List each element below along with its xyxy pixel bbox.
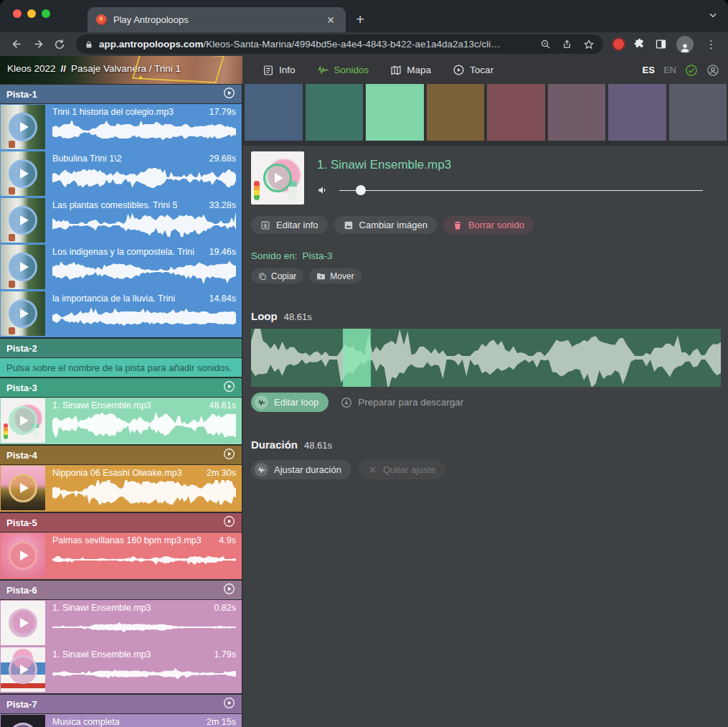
track-name: Pista-5 xyxy=(6,517,37,528)
clip-row[interactable]: Nipponia 06 Esashi Oiwake.mp32m 30s xyxy=(0,465,242,512)
play-track-button[interactable] xyxy=(223,87,235,101)
clear-adjust-button[interactable]: Quitar ajuste xyxy=(359,460,445,479)
volume-slider[interactable] xyxy=(339,185,703,195)
profile-avatar[interactable] xyxy=(676,36,694,53)
zoom-window-button[interactable] xyxy=(42,9,50,18)
track-header[interactable]: Pista-5 xyxy=(0,513,242,532)
play-clip-icon[interactable] xyxy=(9,299,37,328)
clip-row[interactable]: 1. Sinawi Ensemble.mp31.79s xyxy=(0,647,242,693)
clip-thumbnail xyxy=(1,466,45,510)
play-clip-icon[interactable] xyxy=(9,113,37,141)
track-color-swatch[interactable] xyxy=(608,84,666,141)
clip-thumbnail xyxy=(1,601,45,645)
loop-section-label: Loop xyxy=(251,310,278,322)
play-track-button[interactable] xyxy=(223,380,235,395)
minimize-window-button[interactable] xyxy=(27,9,36,18)
play-track-button[interactable] xyxy=(223,515,235,530)
extensions-puzzle-icon[interactable] xyxy=(633,38,646,50)
tab-close-icon[interactable]: ✕ xyxy=(324,14,337,27)
screen-record-extension-icon[interactable] xyxy=(613,39,624,50)
clip-row[interactable]: Las plantas comestibles. Trini 533.28s xyxy=(0,197,242,244)
track-header[interactable]: Pista-6 xyxy=(0,581,242,599)
clip-duration: 48.61s xyxy=(209,400,236,411)
play-clip-icon[interactable] xyxy=(9,541,37,570)
change-image-button[interactable]: Cambiar imágen xyxy=(334,216,437,234)
track-empty-hint[interactable]: Pulsa sobre el nombre de la pista para a… xyxy=(0,358,242,377)
url-bar[interactable]: app.antropoloops.com/Kleos-Santa-Marina/… xyxy=(76,34,603,54)
language-es[interactable]: ES xyxy=(643,65,655,75)
play-track-button[interactable] xyxy=(223,583,235,597)
new-tab-button[interactable]: + xyxy=(346,11,364,32)
loop-waveform-panel[interactable] xyxy=(251,329,721,387)
clip-row[interactable]: Trini 1 historia del colegio.mp317.79s xyxy=(0,104,242,151)
track-section: Pista-2Pulsa sobre el nombre de la pista… xyxy=(0,339,242,377)
account-icon[interactable] xyxy=(706,64,719,77)
zoom-icon[interactable] xyxy=(540,39,551,50)
browser-menu-icon[interactable]: ⋮ xyxy=(703,38,719,51)
track-color-swatch[interactable] xyxy=(245,84,303,141)
play-clip-icon[interactable] xyxy=(9,159,37,188)
nav-item-sonidos[interactable]: Sonidos xyxy=(317,65,369,75)
track-header[interactable]: Pista-2 xyxy=(0,339,242,357)
clip-row[interactable]: Los indigenas y la compostela. Trini19.4… xyxy=(0,244,242,291)
play-clip-icon[interactable] xyxy=(9,253,37,281)
volume-slider-thumb[interactable] xyxy=(356,185,366,195)
track-header[interactable]: Pista-7 xyxy=(0,695,242,713)
browser-window: Play Antropoloops ✕ + app.antropoloops.c… xyxy=(0,0,728,727)
nav-item-mapa[interactable]: Mapa xyxy=(390,65,431,76)
clip-row[interactable]: 1. Sinawi Ensemble.mp30.82s xyxy=(0,600,242,647)
play-clip-icon[interactable] xyxy=(9,206,37,235)
side-panel-icon[interactable] xyxy=(655,38,667,50)
clip-row[interactable]: 1. Sinawi Ensemble.mp348.61s xyxy=(0,398,242,444)
language-en[interactable]: EN xyxy=(663,65,676,75)
breadcrumb[interactable]: Kleos 2022//Pasaje Valvanera / Trini 1 xyxy=(7,63,181,74)
play-sound-icon[interactable] xyxy=(263,164,292,192)
clip-duration: 29.68s xyxy=(209,154,236,164)
clip-row[interactable]: Musica completa2m 15s xyxy=(0,714,242,727)
prepare-download-button[interactable]: Preparar para descargar xyxy=(341,397,463,408)
clip-thumbnail xyxy=(1,398,45,443)
volume-icon xyxy=(317,184,328,196)
loop-selection-band[interactable] xyxy=(343,329,371,387)
play-track-button[interactable] xyxy=(223,448,235,462)
clip-row[interactable]: la importancia de la lluvia. Trini14.84s xyxy=(0,291,242,337)
sound-in-track-link[interactable]: Pista-3 xyxy=(303,250,333,261)
track-color-swatch[interactable] xyxy=(306,84,364,141)
edit-loop-button[interactable]: Editar loop xyxy=(251,393,328,412)
play-track-button[interactable] xyxy=(223,697,235,711)
back-button[interactable] xyxy=(7,35,26,54)
nav-item-info[interactable]: Info xyxy=(263,65,296,76)
browser-tab[interactable]: Play Antropoloops ✕ xyxy=(88,7,346,32)
track-color-swatch[interactable] xyxy=(487,84,545,141)
copy-button[interactable]: Copiar xyxy=(251,268,303,283)
edit-info-button[interactable]: Editar info xyxy=(251,216,328,234)
track-color-swatch[interactable] xyxy=(427,84,485,141)
play-clip-icon[interactable] xyxy=(9,609,37,637)
clip-duration: 19.46s xyxy=(209,247,236,257)
forward-button[interactable] xyxy=(29,35,47,54)
clip-row[interactable]: Bubulina Trini 1\229.68s xyxy=(0,151,242,197)
reload-button[interactable] xyxy=(50,35,69,54)
track-color-swatch[interactable] xyxy=(669,84,727,141)
map-thumbnail-banner[interactable]: Kleos 2022//Pasaje Valvanera / Trini 1 xyxy=(0,56,242,84)
sound-thumbnail[interactable] xyxy=(251,151,304,205)
nav-item-tocar[interactable]: Tocar xyxy=(453,64,493,76)
tab-search-chevron-icon[interactable] xyxy=(708,10,718,23)
track-header[interactable]: Pista-4 xyxy=(0,446,242,464)
move-button[interactable]: Mover xyxy=(309,268,361,283)
clip-row[interactable]: Palmas sevillanas 160 bpm mp3.mp34.9s xyxy=(0,533,242,579)
share-icon[interactable] xyxy=(562,39,572,50)
play-clip-icon[interactable] xyxy=(9,406,37,435)
track-color-swatch-active[interactable] xyxy=(366,84,424,141)
close-window-button[interactable] xyxy=(13,9,22,18)
delete-sound-button[interactable]: Borrar sonido xyxy=(443,216,534,234)
adjust-duration-button[interactable]: Ajustar duración xyxy=(251,460,351,479)
track-header[interactable]: Pista-3 xyxy=(0,378,242,397)
clip-waveform xyxy=(52,306,236,330)
play-clip-icon[interactable] xyxy=(9,474,37,502)
play-clip-icon[interactable] xyxy=(9,655,37,684)
track-color-swatch[interactable] xyxy=(548,84,606,141)
play-clip-icon[interactable] xyxy=(9,723,37,727)
bookmark-star-icon[interactable] xyxy=(583,39,595,50)
track-header[interactable]: Pista-1 xyxy=(0,85,242,103)
